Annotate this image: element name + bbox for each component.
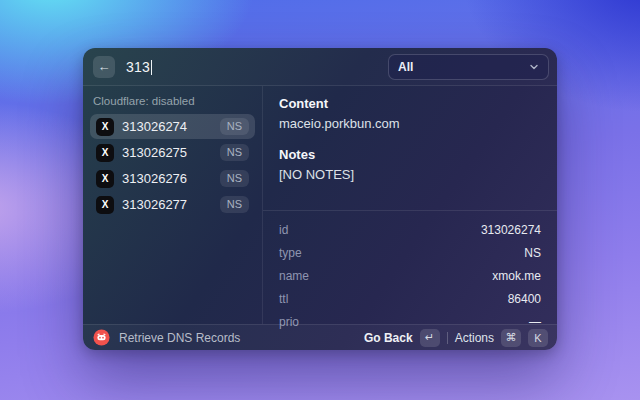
footer-actions: Go Back ↵ Actions ⌘ K [364,329,548,347]
window-body: Cloudflare: disabled X 313026274 NS X 31… [83,86,557,324]
command-key-icon: ⌘ [501,329,521,347]
desktop-background: ← 313 All Cloudflare: disabled X 3130262… [0,0,640,400]
chevron-down-icon [529,62,539,72]
record-type-badge: NS [220,144,249,161]
list-item[interactable]: X 313026275 NS [90,140,255,165]
metadata-row: name xmok.me [279,264,541,287]
x-record-icon: X [96,170,114,188]
search-bar: ← 313 All [83,48,557,86]
command-title: Retrieve DNS Records [119,331,240,345]
x-record-icon: X [96,196,114,214]
metadata-value: 313026274 [481,223,541,237]
list-item[interactable]: X 313026277 NS [90,192,255,217]
footer-divider [447,332,448,344]
porkbun-app-icon [93,329,110,346]
metadata-value: xmok.me [492,269,541,283]
results-list: Cloudflare: disabled X 313026274 NS X 31… [83,86,263,324]
metadata-row: id 313026274 [279,218,541,241]
back-arrow-icon: ← [98,59,111,74]
metadata-row: ttl 86400 [279,287,541,310]
filter-dropdown[interactable]: All [388,54,549,80]
list-item[interactable]: X 313026276 NS [90,166,255,191]
detail-panel: Content maceio.porkbun.com Notes [NO NOT… [263,86,557,324]
return-key-icon: ↵ [420,329,440,347]
detail-content: Content maceio.porkbun.com Notes [NO NOT… [263,86,557,210]
metadata-label: type [279,246,302,260]
actions-menu-button[interactable]: Actions [455,331,494,345]
detail-section-heading: Notes [279,147,541,162]
detail-section-heading: Content [279,96,541,111]
metadata-value: 86400 [508,292,541,306]
k-key-icon: K [528,329,548,347]
record-id-label: 313026274 [122,119,187,134]
metadata-value: NS [524,246,541,260]
record-type-badge: NS [220,196,249,213]
x-record-icon: X [96,118,114,136]
go-back-action[interactable]: Go Back [364,331,413,345]
metadata-label: name [279,269,309,283]
action-bar: Retrieve DNS Records Go Back ↵ Actions ⌘… [83,324,557,350]
text-caret [151,60,153,75]
metadata-table: id 313026274 type NS name xmok.me ttl 86… [263,210,557,340]
record-id-label: 313026276 [122,171,187,186]
search-input[interactable]: 313 [126,59,152,75]
list-section-label: Cloudflare: disabled [93,95,252,107]
record-type-badge: NS [220,118,249,135]
launcher-window: ← 313 All Cloudflare: disabled X 3130262… [83,48,557,350]
metadata-label: id [279,223,288,237]
record-id-label: 313026277 [122,197,187,212]
record-id-label: 313026275 [122,145,187,160]
metadata-row: type NS [279,241,541,264]
back-button[interactable]: ← [93,56,115,78]
detail-section-value: maceio.porkbun.com [279,116,541,131]
detail-section-value: [NO NOTES] [279,167,541,182]
x-record-icon: X [96,144,114,162]
metadata-label: ttl [279,292,288,306]
filter-dropdown-value: All [398,60,523,74]
list-item[interactable]: X 313026274 NS [90,114,255,139]
record-type-badge: NS [220,170,249,187]
